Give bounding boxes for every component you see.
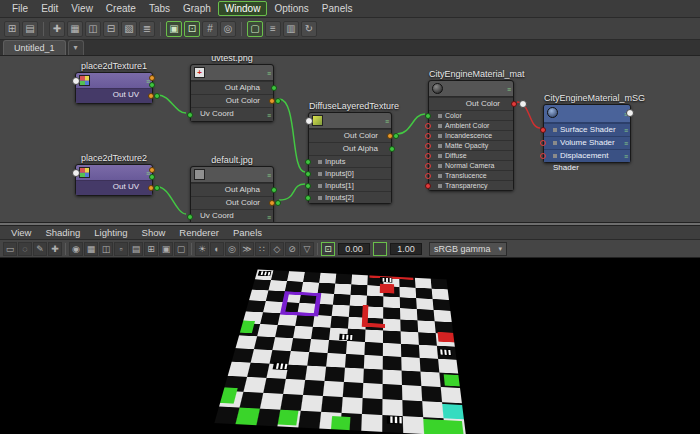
node-row-out-color[interactable]: Out Color xyxy=(191,94,273,107)
socket-inputs-0[interactable] xyxy=(305,171,311,177)
vp-menu-shading[interactable]: Shading xyxy=(38,227,87,238)
xray-icon[interactable]: ◇ xyxy=(270,242,284,256)
socket-out-color[interactable] xyxy=(275,200,281,206)
vp-menu-show[interactable]: Show xyxy=(135,227,173,238)
socket-translucence[interactable] xyxy=(425,173,431,179)
gamma-field[interactable]: 1.00 xyxy=(390,243,422,255)
wireframe-icon[interactable]: ▽ xyxy=(300,242,314,256)
row-menu-icon[interactable]: ≡ xyxy=(385,117,389,124)
field-chart-icon[interactable]: ⊞ xyxy=(144,242,158,256)
node-state-dot[interactable] xyxy=(305,117,313,125)
duplicate-icon[interactable]: ◫ xyxy=(85,21,101,37)
menu-graph[interactable]: Graph xyxy=(177,2,217,15)
node-row-out-color[interactable]: Out Color xyxy=(191,196,273,209)
socket-out-uv[interactable] xyxy=(154,185,160,191)
node-row-inputs-1[interactable]: Inputs[1] xyxy=(309,179,391,191)
socket-volume-shader[interactable] xyxy=(540,140,546,146)
socket-diffuse[interactable] xyxy=(425,153,431,159)
node-row-out-alpha[interactable]: Out Alpha xyxy=(309,142,391,155)
node-row-matte-opacity[interactable]: Matte Opacity xyxy=(429,140,513,150)
exposure-icon[interactable]: ⊡ xyxy=(321,242,335,256)
socket-matte-opacity[interactable] xyxy=(425,143,431,149)
node-cityenginematerial-msg[interactable]: CityEngineMaterial_mSG ≡ Surface Shader … xyxy=(543,104,631,163)
grid-icon[interactable]: ▦ xyxy=(84,242,98,256)
film-gate-icon[interactable]: ◫ xyxy=(99,242,113,256)
lighting-icon[interactable]: ☀ xyxy=(195,242,209,256)
column-view-icon[interactable]: ▥ xyxy=(283,21,299,37)
vp-menu-lighting[interactable]: Lighting xyxy=(87,227,134,238)
vp-menu-renderer[interactable]: Renderer xyxy=(172,227,226,238)
socket-header-orange[interactable] xyxy=(149,75,155,81)
swatch-render-icon[interactable]: ◎ xyxy=(220,21,236,37)
row-menu-icon[interactable]: ≡ xyxy=(267,111,271,118)
vp-menu-view[interactable]: View xyxy=(4,227,38,238)
socket-out-color[interactable] xyxy=(393,133,399,139)
node-row-inputs-0[interactable]: Inputs[0] xyxy=(309,167,391,179)
node-row-displacement-shader[interactable]: Displacement Shader ≡ xyxy=(544,149,630,162)
occlusion-icon[interactable]: ◎ xyxy=(225,242,239,256)
wire-diffuse-material[interactable] xyxy=(397,114,425,134)
socket-uv-coord[interactable] xyxy=(187,214,193,220)
node-state-dot[interactable] xyxy=(626,109,634,117)
remove-from-graph-icon[interactable]: ⊟ xyxy=(103,21,119,37)
checkerboard-plane[interactable] xyxy=(216,258,479,434)
menu-view[interactable]: View xyxy=(65,2,99,15)
menu-panels[interactable]: Panels xyxy=(316,2,359,15)
select-tool-icon[interactable]: ▭ xyxy=(3,242,17,256)
socket-inputs[interactable] xyxy=(305,159,311,165)
socket-uv-coord[interactable] xyxy=(187,112,193,118)
node-row-translucence[interactable]: Translucence xyxy=(429,170,513,180)
socket-inputs-1[interactable] xyxy=(305,183,311,189)
frame-all-icon[interactable]: ▢ xyxy=(247,21,263,37)
menu-options[interactable]: Options xyxy=(268,2,314,15)
socket-surface-shader[interactable] xyxy=(540,127,546,133)
node-row-surface-shader[interactable]: Surface Shader ≡ xyxy=(544,123,630,136)
lasso-tool-icon[interactable]: ◌ xyxy=(18,242,32,256)
rearrange-graph-icon[interactable]: ≣ xyxy=(139,21,155,37)
menu-create[interactable]: Create xyxy=(100,2,142,15)
grid-layout-icon[interactable]: ▦ xyxy=(67,21,83,37)
node-row-ambient-color[interactable]: Ambient Color xyxy=(429,120,513,130)
node-row-inputs-2[interactable]: Inputs[2] xyxy=(309,191,391,203)
exposure-field[interactable]: 0.00 xyxy=(338,243,370,255)
wire-default-diffuse[interactable] xyxy=(279,184,305,200)
node-row-volume-shader[interactable]: Volume Shader ≡ xyxy=(544,136,630,149)
node-row-uv-coord[interactable]: Uv Coord ≡ xyxy=(191,209,273,222)
socket-out-uv[interactable] xyxy=(154,93,160,99)
wire-place2dtexture1-uvtest[interactable] xyxy=(158,95,186,113)
add-to-graph-icon[interactable]: ✚ xyxy=(49,21,65,37)
node-row-out-color[interactable]: Out Color xyxy=(429,97,513,110)
resolution-gate-icon[interactable]: ▫ xyxy=(114,242,128,256)
node-place2dtexture2[interactable]: place2dTexture2 ≡ Out UV xyxy=(75,164,153,196)
node-state-dot[interactable] xyxy=(72,169,80,177)
viewport-3d[interactable] xyxy=(0,258,700,434)
safe-title-icon[interactable]: ▢ xyxy=(174,242,188,256)
isolate-select-icon[interactable]: ⊘ xyxy=(285,242,299,256)
row-menu-icon[interactable]: ≡ xyxy=(624,127,628,134)
row-menu-icon[interactable]: ≡ xyxy=(267,69,271,76)
socket-out-alpha[interactable] xyxy=(271,85,277,91)
row-menu-icon[interactable]: ≡ xyxy=(267,213,271,220)
socket-displacement-shader[interactable] xyxy=(540,153,546,159)
node-row-out-uv[interactable]: Out UV xyxy=(76,181,152,195)
shading-mode-icon[interactable]: ▧ xyxy=(121,21,137,37)
safe-action-icon[interactable]: ▣ xyxy=(159,242,173,256)
wire-uvtest-diffuse[interactable] xyxy=(279,99,305,172)
row-menu-icon[interactable]: ≡ xyxy=(507,85,511,92)
node-editor-canvas[interactable]: place2dTexture1 ≡ Out UV uvtest.png + ≡ xyxy=(0,56,700,222)
refresh-icon[interactable]: ↻ xyxy=(301,21,317,37)
socket-out-alpha[interactable] xyxy=(271,187,277,193)
node-row-inputs[interactable]: Inputs xyxy=(309,155,391,167)
socket-header-green[interactable] xyxy=(149,82,155,88)
node-state-dot[interactable] xyxy=(72,77,80,85)
sort-icon[interactable]: ≡ xyxy=(265,21,281,37)
node-place2dtexture1[interactable]: place2dTexture1 ≡ Out UV xyxy=(75,72,153,104)
socket-ambient-color[interactable] xyxy=(425,123,431,129)
colorspace-dropdown[interactable]: sRGB gamma ▾ xyxy=(429,242,507,256)
node-row-diffuse[interactable]: Diffuse xyxy=(429,150,513,160)
move-tool-icon[interactable]: ✚ xyxy=(48,242,62,256)
input-output-connections-icon[interactable]: ⊡ xyxy=(184,21,200,37)
camera-icon[interactable]: ◉ xyxy=(69,242,83,256)
node-row-out-uv[interactable]: Out UV xyxy=(76,89,152,103)
node-row-out-color[interactable]: Out Color xyxy=(309,129,391,142)
